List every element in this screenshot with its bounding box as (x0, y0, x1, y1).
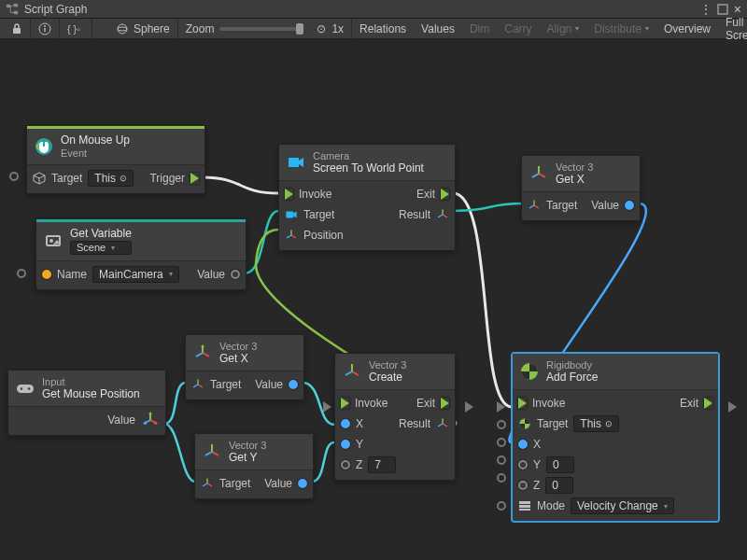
graph-canvas[interactable]: On Mouse Up Event Target This⊙ Trigger (0, 39, 747, 560)
svg-rect-7 (44, 28, 45, 32)
input-port[interactable] (341, 460, 350, 469)
graph-port[interactable] (497, 401, 505, 413)
graph-port[interactable] (497, 473, 506, 483)
z-value-field[interactable]: 0 (545, 477, 573, 494)
maximize-icon[interactable] (717, 4, 728, 15)
vector3-icon (193, 343, 212, 362)
vector3-icon (285, 229, 298, 242)
node-header[interactable]: Vector 3Get X (522, 156, 640, 192)
target-field[interactable]: This⊙ (88, 170, 134, 187)
node-get-mouse-position[interactable]: Input Get Mouse Position Value (7, 370, 166, 436)
graph-port[interactable] (497, 420, 506, 429)
node-header[interactable]: Vector 3Create (335, 354, 455, 390)
input-port[interactable] (518, 440, 528, 449)
port-label: Trigger (149, 172, 185, 185)
node-category: Camera (313, 150, 424, 162)
port-label: Target (537, 417, 568, 430)
graph-port[interactable] (728, 401, 737, 413)
sphere-icon (117, 23, 128, 35)
input-port[interactable] (42, 270, 51, 279)
port-label: Result (399, 417, 430, 430)
flow-input-port[interactable] (518, 398, 527, 409)
port-label: Mode (537, 499, 565, 512)
flow-output-port[interactable] (441, 398, 449, 409)
info-button[interactable] (31, 19, 60, 39)
node-rigidbody-add-force[interactable]: RigidbodyAdd Force InvokeExit TargetThis… (512, 353, 719, 522)
braces-icon: { }◦ (67, 22, 84, 35)
port-label: X (356, 417, 363, 430)
graph-port[interactable] (9, 172, 19, 181)
variable-scope-dropdown[interactable]: Scene (70, 241, 132, 255)
close-icon[interactable]: × (734, 4, 741, 15)
variable-name-dropdown[interactable]: MainCamera (92, 266, 179, 283)
cube-icon (33, 172, 46, 185)
graph-port[interactable] (17, 269, 26, 278)
values-button[interactable]: Values (414, 19, 462, 39)
input-port[interactable] (341, 440, 350, 449)
zoom-control[interactable]: Zoom ⊙ 1x (178, 19, 352, 39)
force-mode-dropdown[interactable]: Velocity Change (571, 497, 674, 514)
flow-output-port[interactable] (190, 173, 199, 184)
svg-rect-25 (519, 505, 530, 508)
graph-port[interactable] (497, 501, 506, 511)
node-title: Create (369, 371, 406, 385)
graph-port[interactable] (497, 455, 506, 465)
carry-button[interactable]: Carry (497, 19, 539, 39)
node-vector3-get-x[interactable]: Vector 3Get X Target Value (185, 334, 304, 400)
node-category: Vector 3 (219, 341, 257, 353)
port-label: Target (219, 477, 250, 490)
flow-output-port[interactable] (704, 398, 712, 409)
enum-icon (518, 499, 531, 512)
node-header[interactable]: Get Variable Scene (36, 219, 246, 261)
flow-output-port[interactable] (441, 189, 449, 200)
lock-toggle[interactable] (4, 19, 31, 39)
node-vector3-create[interactable]: Vector 3Create InvokeExit XResult Y Z7 (334, 353, 456, 481)
input-port[interactable] (518, 460, 528, 469)
flow-input-port[interactable] (341, 398, 349, 409)
node-vector3-get-y[interactable]: Vector 3Get Y Target Value (194, 433, 314, 499)
port-label: Exit (680, 397, 698, 410)
target-object[interactable]: Sphere (92, 19, 178, 39)
fullscreen-button[interactable]: Full Screen (718, 19, 747, 39)
overview-button[interactable]: Overview (656, 19, 718, 39)
svg-point-18 (21, 387, 23, 390)
node-screen-to-world-point[interactable]: CameraScreen To World Point Invoke Exit … (278, 144, 456, 251)
output-port[interactable] (289, 380, 298, 389)
node-header[interactable]: Vector 3Get Y (195, 434, 313, 470)
output-port[interactable] (625, 201, 634, 210)
node-header[interactable]: On Mouse Up Event (27, 126, 204, 165)
target-field[interactable]: This⊙ (573, 415, 619, 432)
svg-point-16 (49, 239, 53, 243)
node-header[interactable]: Vector 3Get X (186, 335, 303, 371)
graph-port[interactable] (465, 401, 473, 413)
output-port[interactable] (298, 479, 307, 488)
node-category: Rigidbody (546, 359, 598, 371)
variable-scope-button[interactable]: { }◦ (60, 19, 92, 39)
node-title: Get X (219, 353, 257, 366)
y-value-field[interactable]: 0 (546, 456, 574, 473)
node-on-mouse-up[interactable]: On Mouse Up Event Target This⊙ Trigger (26, 125, 205, 194)
node-header[interactable]: RigidbodyAdd Force (513, 354, 718, 390)
graph-port[interactable] (323, 401, 331, 413)
z-value-field[interactable]: 7 (368, 456, 396, 473)
dim-button[interactable]: Dim (462, 19, 497, 39)
node-vector3-get-x[interactable]: Vector 3Get X Target Value (521, 155, 641, 221)
relations-button[interactable]: Relations (352, 19, 414, 39)
input-port[interactable] (518, 481, 528, 490)
zoom-slider[interactable] (219, 27, 303, 31)
title-bar: Script Graph ⋮ × (0, 0, 747, 19)
output-port[interactable] (231, 270, 240, 279)
port-label: Result (399, 208, 430, 221)
kebab-menu-icon[interactable]: ⋮ (700, 3, 712, 16)
port-label: Name (57, 268, 87, 281)
flow-input-port[interactable] (285, 189, 293, 200)
node-header[interactable]: Input Get Mouse Position (8, 371, 165, 407)
zoom-reset-icon[interactable]: ⊙ (317, 22, 326, 35)
node-header[interactable]: CameraScreen To World Point (279, 145, 455, 181)
distribute-dropdown[interactable]: Distribute (586, 19, 656, 39)
node-get-variable[interactable]: Get Variable Scene Name MainCamera Value (35, 218, 247, 290)
input-port[interactable] (341, 419, 350, 428)
graph-port[interactable] (497, 438, 506, 447)
align-dropdown[interactable]: Align (540, 19, 587, 39)
node-title: Get X (556, 174, 593, 187)
